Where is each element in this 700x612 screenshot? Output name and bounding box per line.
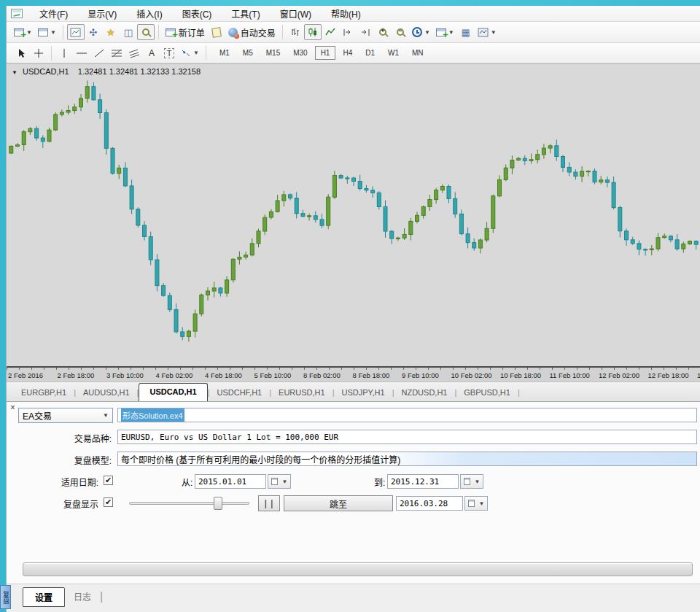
skip-to-button[interactable]: 跳至 — [284, 495, 393, 511]
vertical-line-button[interactable] — [55, 45, 73, 61]
new-chart-button[interactable]: + ▼ — [11, 24, 35, 40]
templates-button[interactable]: ▼ — [475, 24, 499, 40]
chart-tab-eurusd[interactable]: EURUSD,H1 — [271, 384, 332, 401]
ea-file-input[interactable]: 形态Solution.ex4 — [117, 408, 697, 422]
chart-shift-button[interactable] — [357, 24, 374, 40]
menu-item[interactable]: 显示(V) — [78, 6, 127, 21]
chart-tab-usdcad[interactable]: USDCAD,H1 — [139, 383, 207, 401]
to-date-input[interactable]: 2015.12.31 — [387, 474, 459, 489]
axis-label: 10 Feb 02:00 — [451, 371, 492, 379]
timeframe-button-m30[interactable]: M30 — [287, 46, 313, 60]
timeframe-button-m15[interactable]: M15 — [260, 46, 286, 60]
line-chart-button[interactable] — [322, 24, 339, 40]
periods-button[interactable]: ▼ — [409, 24, 433, 40]
auto-scroll-button[interactable] — [339, 24, 357, 40]
timeframe-button-m5[interactable]: M5 — [237, 46, 259, 60]
text-icon: A — [149, 48, 155, 58]
metaeditor-button[interactable] — [208, 24, 225, 40]
menu-item[interactable]: 帮助(H) — [322, 6, 371, 21]
ea-type-select[interactable]: EA交易 ▼ — [18, 408, 113, 423]
autotrade-label: 自动交易 — [241, 26, 276, 39]
skip-date-input[interactable]: 2016.03.28 — [396, 496, 463, 511]
timeframe-button-m1[interactable]: M1 — [214, 46, 236, 60]
strategy-tester-button[interactable] — [137, 24, 155, 40]
pause-button[interactable]: | | — [258, 495, 280, 511]
menu-item[interactable]: 插入(I) — [127, 6, 172, 21]
from-date-picker-button[interactable]: ▼ — [268, 474, 291, 489]
data-window-button[interactable]: ◫ — [120, 24, 137, 40]
chevron-down-icon: ▼ — [282, 479, 288, 485]
to-label: 到: — [374, 476, 385, 488]
axis-label: 4 Feb 02:00 — [156, 371, 193, 379]
bar-chart-button[interactable] — [287, 24, 304, 40]
crosshair-button[interactable] — [30, 45, 47, 61]
use-date-checkbox[interactable]: ✔ — [104, 476, 113, 485]
trendline-button[interactable] — [90, 45, 108, 61]
tester-tab-journal[interactable]: 日志 — [65, 587, 100, 605]
menu-bar: 文件(F)显示(V)插入(I)图表(C)工具(T)窗口(W)帮助(H) — [7, 6, 700, 22]
horizontal-line-button[interactable] — [73, 45, 90, 61]
axis-label: 9 Feb 10:00 — [402, 371, 439, 379]
new-chart-icon: + — [14, 28, 24, 36]
menu-item[interactable]: 窗口(W) — [271, 6, 322, 21]
favorites-button[interactable]: ★ — [102, 24, 120, 40]
toolbar-separator — [51, 46, 52, 61]
calendar-icon — [271, 478, 278, 485]
menu-item[interactable]: 图表(C) — [173, 6, 222, 21]
new-order-button[interactable]: + 新订单 — [163, 24, 208, 40]
model-select[interactable]: 每个即时价格 (基于所有可利用的最小时段的每一个价格的分形插值计算) — [117, 452, 697, 466]
text-button[interactable]: A — [143, 45, 160, 61]
fibonacci-button[interactable] — [108, 45, 125, 61]
toolbar-separator — [158, 25, 159, 39]
chart-tab-usdjpy[interactable]: USDJPY,H1 — [335, 384, 392, 401]
timeframe-button-d1[interactable]: D1 — [359, 46, 381, 60]
axis-label: 11 Feb 10:00 — [550, 371, 590, 379]
indicators-button[interactable]: + ▼ — [433, 24, 457, 40]
chart-tab-gbpusd[interactable]: GBPUSD,H1 — [456, 384, 518, 401]
axis-label: 8 Feb 18:00 — [353, 371, 390, 379]
chart-area[interactable]: ▼ USDCAD,H1 1.32481 1.32481 1.32133 1.32… — [7, 63, 700, 366]
chart-tab-usdchf[interactable]: USDCHF,H1 — [210, 384, 270, 401]
timeframe-button-h4[interactable]: H4 — [337, 46, 358, 60]
market-watch-button[interactable] — [67, 24, 85, 40]
visual-speed-slider[interactable] — [129, 502, 249, 505]
ea-file-value: 形态Solution.ex4 — [121, 408, 184, 422]
navigator-button[interactable]: ✣ — [85, 24, 102, 40]
new-order-label: 新订单 — [179, 26, 205, 39]
axis-label: 2 Feb 2016 — [8, 371, 43, 379]
profiles-button[interactable]: ▼ — [35, 24, 59, 40]
text-label-button[interactable]: T — [160, 45, 178, 61]
zoom-in-button[interactable]: + — [374, 24, 392, 40]
candlestick-button[interactable] — [304, 24, 322, 40]
zoom-out-button[interactable]: − — [392, 24, 409, 40]
menu-item[interactable]: 工具(T) — [222, 6, 270, 21]
line-chart-icon — [325, 27, 335, 37]
cursor-button[interactable] — [12, 45, 30, 61]
from-date-input[interactable]: 2015.01.01 — [195, 474, 266, 489]
timeframe-button-w1[interactable]: W1 — [382, 46, 405, 60]
time-axis[interactable]: 2 Feb 20162 Feb 18:003 Feb 10:004 Feb 02… — [7, 366, 700, 381]
chevron-down-icon: ▼ — [475, 479, 481, 485]
chart-tab-audusd[interactable]: AUDUSD,H1 — [76, 384, 137, 401]
timeframe-button-mn[interactable]: MN — [406, 46, 429, 60]
tile-windows-icon: ▦ — [462, 27, 470, 38]
arrange-windows-button[interactable]: ▦ — [457, 24, 475, 40]
tester-tab-settings[interactable]: 设置 — [23, 587, 65, 607]
chart-quotes: 1.32481 1.32481 1.32133 1.32158 — [78, 67, 201, 76]
menu-item[interactable]: 文件(F) — [30, 6, 78, 21]
slider-handle[interactable] — [214, 497, 222, 510]
skip-date-picker-button[interactable]: ▼ — [464, 496, 488, 511]
channel-button[interactable] — [125, 45, 143, 61]
tester-vertical-tab[interactable]: 复盘 — [0, 585, 11, 609]
autotrade-button[interactable]: 自动交易 — [225, 24, 279, 40]
chart-tab-eurgbp[interactable]: EURGBP,H1 — [14, 384, 74, 401]
chart-tab-nzdusd[interactable]: NZDUSD,H1 — [394, 384, 455, 401]
axis-label: 10 Feb 18:00 — [500, 371, 541, 379]
visual-mode-checkbox[interactable]: ✔ — [104, 497, 113, 507]
symbol-select[interactable]: EURUSD, Euro vs US Dollar 1 Lot = 100,00… — [117, 430, 697, 444]
to-date-picker-button[interactable]: ▼ — [460, 474, 483, 489]
arrows-button[interactable]: ▼ — [178, 45, 202, 61]
timeframe-button-h1[interactable]: H1 — [315, 46, 336, 60]
close-icon[interactable]: × — [9, 404, 17, 412]
autotrade-icon — [228, 28, 238, 37]
